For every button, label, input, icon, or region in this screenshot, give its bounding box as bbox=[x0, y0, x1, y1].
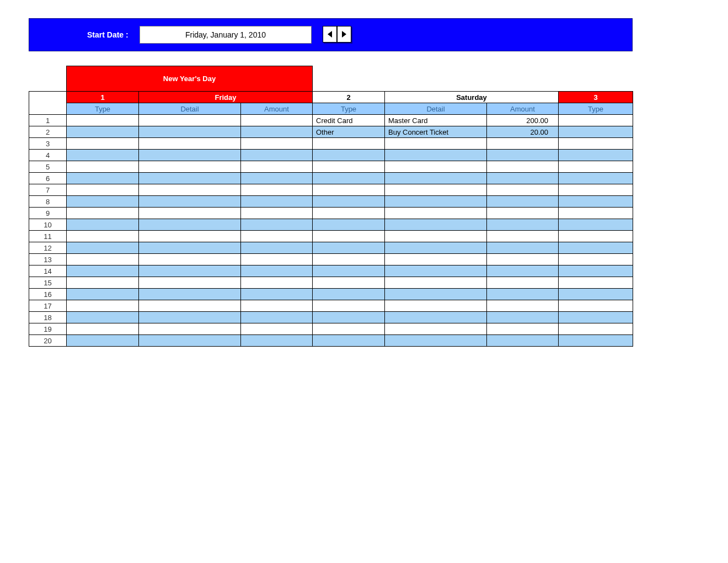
cell-amount[interactable] bbox=[241, 323, 313, 335]
cell-detail[interactable] bbox=[139, 161, 241, 173]
cell-amount[interactable] bbox=[487, 219, 559, 231]
cell-amount[interactable] bbox=[487, 254, 559, 265]
cell-type[interactable] bbox=[313, 265, 385, 277]
cell-detail[interactable] bbox=[385, 150, 487, 161]
cell-detail[interactable] bbox=[139, 173, 241, 184]
cell-detail[interactable]: Master Card bbox=[385, 115, 487, 126]
cell-detail[interactable]: Buy Concert Ticket bbox=[385, 126, 487, 138]
cell-type[interactable] bbox=[67, 173, 139, 184]
cell-type[interactable] bbox=[559, 277, 633, 289]
cell-detail[interactable] bbox=[139, 231, 241, 242]
cell-type[interactable] bbox=[313, 323, 385, 335]
cell-amount[interactable] bbox=[487, 150, 559, 161]
cell-amount[interactable] bbox=[241, 312, 313, 323]
cell-amount[interactable] bbox=[241, 254, 313, 265]
cell-amount[interactable] bbox=[241, 150, 313, 161]
cell-detail[interactable] bbox=[139, 312, 241, 323]
cell-amount[interactable] bbox=[487, 289, 559, 300]
next-date-button[interactable] bbox=[337, 26, 351, 43]
cell-amount[interactable] bbox=[487, 231, 559, 242]
cell-type[interactable] bbox=[559, 300, 633, 312]
cell-amount[interactable] bbox=[487, 208, 559, 219]
cell-amount[interactable] bbox=[487, 196, 559, 208]
cell-type[interactable] bbox=[67, 196, 139, 208]
cell-detail[interactable] bbox=[385, 184, 487, 196]
cell-detail[interactable] bbox=[385, 161, 487, 173]
cell-type[interactable] bbox=[313, 219, 385, 231]
cell-amount[interactable] bbox=[241, 231, 313, 242]
cell-type[interactable] bbox=[313, 161, 385, 173]
cell-type[interactable] bbox=[559, 242, 633, 254]
cell-type[interactable] bbox=[559, 161, 633, 173]
cell-type[interactable] bbox=[559, 208, 633, 219]
cell-detail[interactable] bbox=[139, 242, 241, 254]
cell-type[interactable] bbox=[559, 173, 633, 184]
cell-type[interactable] bbox=[559, 219, 633, 231]
cell-type[interactable] bbox=[67, 289, 139, 300]
cell-amount[interactable] bbox=[487, 300, 559, 312]
cell-amount[interactable] bbox=[241, 161, 313, 173]
cell-type[interactable] bbox=[67, 219, 139, 231]
cell-amount[interactable] bbox=[487, 173, 559, 184]
cell-amount[interactable] bbox=[241, 208, 313, 219]
cell-amount[interactable] bbox=[241, 277, 313, 289]
cell-detail[interactable] bbox=[385, 277, 487, 289]
cell-amount[interactable] bbox=[487, 161, 559, 173]
cell-type[interactable] bbox=[313, 208, 385, 219]
cell-type[interactable] bbox=[67, 161, 139, 173]
cell-amount[interactable] bbox=[241, 219, 313, 231]
cell-amount[interactable] bbox=[241, 196, 313, 208]
cell-detail[interactable] bbox=[139, 150, 241, 161]
cell-detail[interactable] bbox=[139, 335, 241, 347]
cell-detail[interactable] bbox=[139, 254, 241, 265]
cell-type[interactable] bbox=[559, 254, 633, 265]
cell-type[interactable] bbox=[559, 231, 633, 242]
cell-type[interactable] bbox=[67, 184, 139, 196]
cell-detail[interactable] bbox=[385, 219, 487, 231]
cell-type[interactable] bbox=[67, 335, 139, 347]
cell-type[interactable] bbox=[559, 150, 633, 161]
cell-detail[interactable] bbox=[385, 254, 487, 265]
cell-amount[interactable] bbox=[241, 115, 313, 126]
cell-amount[interactable] bbox=[487, 138, 559, 150]
cell-amount[interactable] bbox=[241, 265, 313, 277]
prev-date-button[interactable] bbox=[323, 26, 337, 43]
cell-type[interactable] bbox=[559, 115, 633, 126]
cell-amount[interactable] bbox=[487, 312, 559, 323]
cell-type[interactable] bbox=[559, 265, 633, 277]
cell-detail[interactable] bbox=[385, 289, 487, 300]
cell-type[interactable] bbox=[67, 115, 139, 126]
start-date-field[interactable]: Friday, January 1, 2010 bbox=[140, 26, 312, 44]
cell-type[interactable] bbox=[313, 184, 385, 196]
cell-type[interactable]: Credit Card bbox=[313, 115, 385, 126]
cell-detail[interactable] bbox=[385, 208, 487, 219]
cell-detail[interactable] bbox=[385, 265, 487, 277]
cell-type[interactable] bbox=[67, 138, 139, 150]
cell-detail[interactable] bbox=[385, 335, 487, 347]
cell-detail[interactable] bbox=[139, 138, 241, 150]
cell-amount[interactable]: 20.00 bbox=[487, 126, 559, 138]
cell-type[interactable] bbox=[313, 173, 385, 184]
cell-amount[interactable] bbox=[487, 323, 559, 335]
cell-type[interactable] bbox=[313, 300, 385, 312]
cell-detail[interactable] bbox=[139, 115, 241, 126]
cell-amount[interactable] bbox=[241, 173, 313, 184]
cell-amount[interactable]: 200.00 bbox=[487, 115, 559, 126]
cell-amount[interactable] bbox=[241, 300, 313, 312]
cell-amount[interactable] bbox=[241, 138, 313, 150]
cell-type[interactable] bbox=[67, 242, 139, 254]
cell-detail[interactable] bbox=[139, 300, 241, 312]
cell-type[interactable] bbox=[559, 196, 633, 208]
cell-type[interactable] bbox=[67, 150, 139, 161]
cell-type[interactable] bbox=[313, 150, 385, 161]
cell-amount[interactable] bbox=[241, 242, 313, 254]
cell-type[interactable] bbox=[313, 231, 385, 242]
cell-type[interactable] bbox=[559, 312, 633, 323]
cell-type[interactable] bbox=[313, 196, 385, 208]
cell-type[interactable] bbox=[67, 126, 139, 138]
cell-detail[interactable] bbox=[139, 277, 241, 289]
cell-detail[interactable] bbox=[139, 208, 241, 219]
cell-detail[interactable] bbox=[139, 265, 241, 277]
cell-amount[interactable] bbox=[241, 184, 313, 196]
cell-amount[interactable] bbox=[487, 265, 559, 277]
